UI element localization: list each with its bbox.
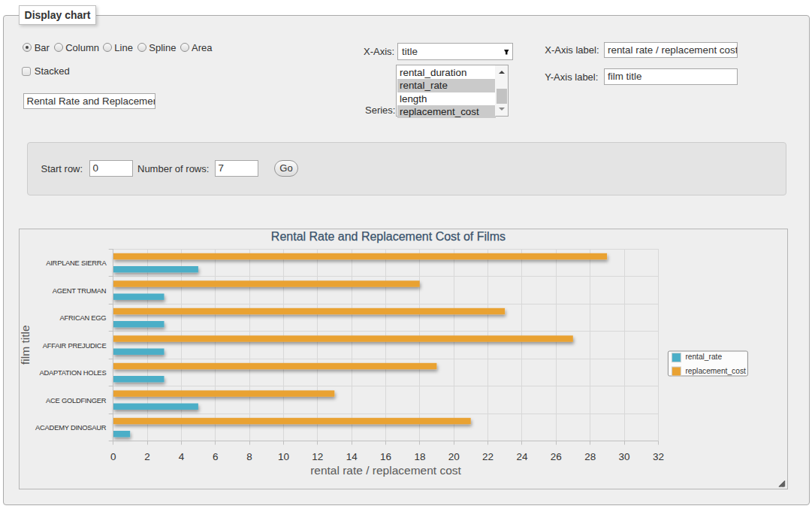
svg-text:20: 20 (448, 451, 459, 462)
svg-text:22: 22 (482, 451, 494, 462)
svg-text:10: 10 (278, 451, 289, 462)
svg-text:32: 32 (652, 451, 663, 462)
svg-text:rental_rate: rental_rate (685, 353, 722, 361)
svg-text:ACE GOLDFINGER: ACE GOLDFINGER (46, 396, 107, 404)
svg-text:2: 2 (144, 451, 150, 462)
svg-text:16: 16 (380, 451, 391, 462)
svg-text:Rental Rate and Replacement Co: Rental Rate and Replacement Cost of Film… (270, 230, 505, 243)
svg-text:AGENT TRUMAN: AGENT TRUMAN (52, 286, 106, 295)
svg-text:4: 4 (178, 451, 184, 462)
svg-text:8: 8 (246, 451, 252, 462)
svg-text:rental rate / replacement cost: rental rate / replacement cost (310, 464, 461, 477)
svg-text:6: 6 (213, 451, 219, 462)
svg-text:ADAPTATION HOLES: ADAPTATION HOLES (39, 368, 106, 377)
svg-text:12: 12 (312, 451, 323, 462)
svg-text:replacement_cost: replacement_cost (685, 367, 746, 375)
svg-text:24: 24 (516, 451, 528, 462)
svg-text:30: 30 (618, 451, 629, 462)
svg-text:28: 28 (584, 451, 596, 462)
svg-text:ACADEMY DINOSAUR: ACADEMY DINOSAUR (35, 423, 107, 432)
svg-text:AFFAIR PREJUDICE: AFFAIR PREJUDICE (42, 341, 106, 350)
svg-text:AIRPLANE SIERRA: AIRPLANE SIERRA (46, 259, 107, 267)
svg-text:AFRICAN EGG: AFRICAN EGG (59, 314, 106, 322)
svg-text:14: 14 (346, 451, 358, 462)
svg-text:0: 0 (110, 451, 116, 462)
svg-text:film title: film title (20, 325, 32, 365)
svg-text:18: 18 (414, 451, 425, 462)
svg-text:26: 26 (550, 451, 561, 462)
